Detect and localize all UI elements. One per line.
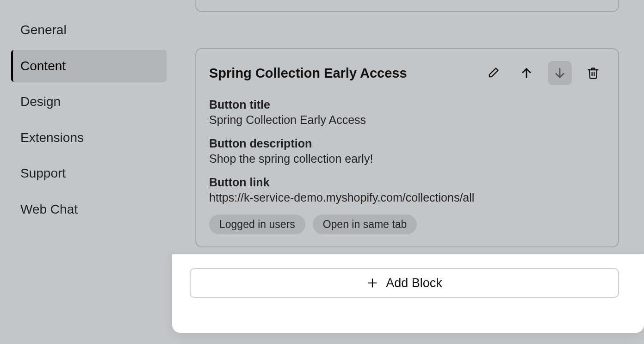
- block-card: Spring Collection Early Access: [195, 48, 619, 247]
- add-block-button[interactable]: Add Block: [190, 268, 619, 298]
- field-label: Button link: [209, 176, 605, 189]
- plus-icon: [366, 277, 378, 289]
- sidebar-item-label: Support: [20, 166, 66, 180]
- sidebar-item-label: General: [20, 23, 67, 37]
- sidebar-item-label: Content: [20, 59, 66, 73]
- previous-block-card-fragment: [195, 0, 619, 12]
- move-up-button[interactable]: [514, 61, 539, 85]
- block-actions: [481, 61, 605, 85]
- delete-button[interactable]: [581, 61, 605, 85]
- add-block-label: Add Block: [386, 276, 442, 290]
- field-value: https://k-service-demo.myshopify.com/col…: [209, 191, 605, 204]
- sidebar-item-label: Design: [20, 94, 61, 109]
- sidebar-item-general[interactable]: General: [11, 14, 167, 46]
- sidebar-item-label: Web Chat: [20, 202, 78, 216]
- block-card-header: Spring Collection Early Access: [209, 61, 605, 85]
- sidebar-item-design[interactable]: Design: [11, 86, 167, 118]
- sidebar-item-web-chat[interactable]: Web Chat: [11, 193, 167, 226]
- bottom-panel: Add Block: [172, 254, 644, 333]
- tag-row: Logged in users Open in same tab: [209, 215, 605, 234]
- pencil-icon: [487, 67, 500, 80]
- sidebar-item-extensions[interactable]: Extensions: [11, 122, 167, 154]
- field-button-link: Button link https://k-service-demo.mysho…: [209, 176, 605, 204]
- field-button-title: Button title Spring Collection Early Acc…: [209, 98, 605, 127]
- arrow-down-icon: [553, 67, 566, 80]
- move-down-button[interactable]: [548, 61, 572, 85]
- sidebar-item-label: Extensions: [20, 130, 84, 145]
- field-label: Button description: [209, 137, 605, 150]
- field-value: Spring Collection Early Access: [209, 113, 605, 127]
- sidebar-list: General Content Design Extensions Suppor…: [11, 14, 167, 226]
- main-content: Spring Collection Early Access: [178, 0, 644, 344]
- edit-button[interactable]: [481, 61, 505, 85]
- tag-logged-in-users: Logged in users: [209, 215, 305, 234]
- tag-open-in-same-tab: Open in same tab: [313, 215, 417, 234]
- block-title: Spring Collection Early Access: [209, 66, 407, 81]
- field-button-description: Button description Shop the spring colle…: [209, 137, 605, 166]
- field-value: Shop the spring collection early!: [209, 152, 605, 166]
- sidebar-item-support[interactable]: Support: [11, 157, 167, 190]
- sidebar: General Content Design Extensions Suppor…: [0, 0, 178, 344]
- trash-icon: [587, 67, 600, 80]
- sidebar-item-content[interactable]: Content: [11, 50, 167, 82]
- arrow-up-icon: [520, 67, 533, 80]
- field-label: Button title: [209, 98, 605, 111]
